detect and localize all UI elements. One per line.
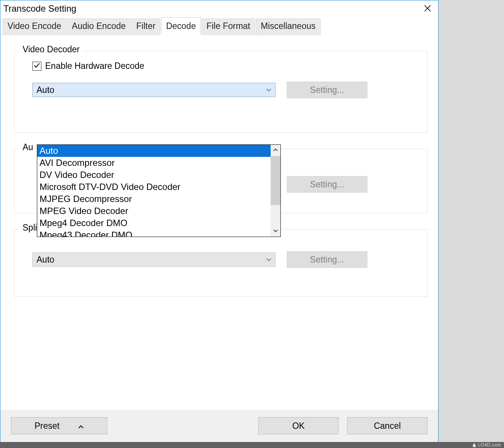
droplet-icon [472,443,477,447]
preset-button[interactable]: Preset [11,417,107,434]
dropdown-item[interactable]: AVI Decompressor [37,157,271,169]
video-decoder-setting-button[interactable]: Setting... [287,82,367,98]
enable-hw-decode-row: Enable Hardware Decode [32,61,416,71]
cancel-button[interactable]: Cancel [347,417,428,434]
site-footer: LO4D.com [0,442,504,448]
dropdown-item[interactable]: Mpeg4 Decoder DMO [37,217,271,229]
group-legend-audio-decoder: Au [20,142,36,152]
preset-label: Preset [35,421,59,431]
ok-button[interactable]: OK [258,417,339,434]
check-icon [33,61,40,71]
tab-miscellaneous[interactable]: Miscellaneous [256,18,321,35]
close-button[interactable] [420,1,435,16]
splitter-combo[interactable]: Auto [32,252,276,267]
dialog-window: Transcode Setting Video Encode Audio Enc… [0,0,439,442]
window-title: Transcode Setting [3,3,76,14]
scroll-up-button[interactable] [271,145,280,156]
tab-audio-encode[interactable]: Audio Encode [67,18,131,35]
scroll-track[interactable] [271,156,280,225]
video-decoder-dropdown[interactable]: Auto AVI Decompressor DV Video Decoder M… [37,144,281,237]
dropdown-item[interactable]: Microsoft DTV-DVD Video Decoder [37,181,271,193]
close-icon [424,3,431,14]
dropdown-item[interactable]: MJPEG Decompressor [37,193,271,205]
enable-hw-decode-checkbox[interactable] [32,62,41,71]
dropdown-list: Auto AVI Decompressor DV Video Decoder M… [37,145,271,237]
group-legend-video-decoder: Video Decoder [20,44,83,55]
tabbar: Video Encode Audio Encode Filter Decode … [0,17,438,36]
chevron-down-icon [266,87,271,93]
video-decoder-combo-value: Auto [37,85,54,95]
tab-video-encode[interactable]: Video Encode [3,18,66,35]
dropdown-item[interactable]: Mpeg43 Decoder DMO [37,229,271,237]
chevron-down-icon [273,228,278,234]
video-decoder-combo[interactable]: Auto [32,83,276,97]
dropdown-item[interactable]: DV Video Decoder [37,169,271,181]
dropdown-item[interactable]: Auto [37,145,271,157]
chevron-down-icon [266,257,271,263]
audio-decoder-setting-button[interactable]: Setting... [287,176,367,193]
titlebar: Transcode Setting [0,0,438,17]
group-video-decoder: Video Decoder Enable Hardware Decode Aut… [14,51,428,133]
tab-file-format[interactable]: File Format [201,18,255,35]
scroll-thumb[interactable] [271,156,280,205]
chevron-up-icon [273,147,278,154]
dropdown-scrollbar[interactable] [271,145,280,237]
tab-decode[interactable]: Decode [161,17,201,34]
tab-filter[interactable]: Filter [131,18,160,35]
button-bar: Preset OK Cancel [0,410,438,442]
tab-content: Video Decoder Enable Hardware Decode Aut… [0,36,438,412]
footer-text: LO4D.com [478,442,501,448]
splitter-setting-button[interactable]: Setting... [287,251,367,268]
scroll-down-button[interactable] [271,225,280,237]
group-splitter: Splitter Auto Setting... [14,229,428,297]
splitter-combo-value: Auto [37,255,54,265]
enable-hw-decode-label: Enable Hardware Decode [45,61,144,71]
chevron-up-icon [78,421,84,431]
dropdown-item[interactable]: MPEG Video Decoder [37,205,271,217]
